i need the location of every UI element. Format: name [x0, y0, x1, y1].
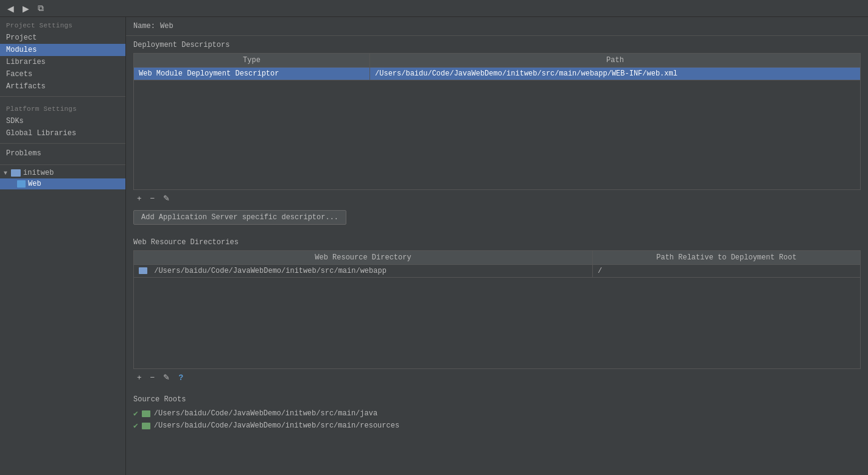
resource-dir-header: Web Resource Directory: [134, 251, 593, 265]
descriptor-table-toolbar: + − ✎: [133, 190, 861, 206]
main-layout: Project Settings Project Modules Librari…: [0, 17, 868, 475]
tree-item-web-label: Web: [28, 180, 41, 188]
resource-dir-path: /Users/baidu/Code/JavaWebDemo/initweb/sr…: [154, 267, 387, 275]
type-column-header: Type: [134, 54, 370, 68]
sidebar-item-project[interactable]: Project: [0, 32, 125, 44]
descriptor-add-button[interactable]: +: [133, 192, 145, 204]
tree-item-initweb[interactable]: ▼ initweb: [0, 167, 125, 178]
forward-button[interactable]: ▶: [20, 2, 32, 15]
sidebar-item-modules[interactable]: Modules: [0, 44, 125, 56]
resource-dir-cell: /Users/baidu/Code/JavaWebDemo/initweb/sr…: [134, 265, 593, 278]
web-resource-table: Web Resource Directory Path Relative to …: [133, 250, 861, 278]
descriptor-remove-button[interactable]: −: [147, 192, 159, 204]
toolbar: ◀ ▶ ⧉: [0, 0, 868, 17]
descriptor-path: /Users/baidu/Code/JavaWebDemo/initweb/sr…: [370, 68, 861, 80]
resource-help-button[interactable]: ?: [175, 371, 187, 383]
project-settings-label: Project Settings: [0, 17, 125, 32]
add-descriptor-button[interactable]: Add Application Server specific descript…: [133, 210, 346, 225]
folder-icon: [11, 169, 21, 177]
sidebar-item-global-libraries[interactable]: Global Libraries: [0, 127, 125, 139]
sidebar-divider-2: [0, 143, 125, 144]
source-root-item-0: ✔ /Users/baidu/Code/JavaWebDemo/initweb/…: [133, 407, 861, 420]
path-column-header: Path: [370, 54, 861, 68]
copy-button[interactable]: ⧉: [35, 2, 46, 15]
source-root-path-1: /Users/baidu/Code/JavaWebDemo/initweb/sr…: [154, 421, 399, 430]
resource-remove-button[interactable]: −: [147, 371, 159, 383]
sidebar-item-artifacts[interactable]: Artifacts: [0, 80, 125, 93]
resource-add-button[interactable]: +: [133, 371, 145, 383]
web-resource-section: Web Resource Directories Web Resource Di…: [126, 233, 868, 385]
descriptor-empty-area: [133, 80, 861, 190]
name-label: Name:: [133, 22, 155, 30]
deployment-descriptors-title: Deployment Descriptors: [133, 41, 861, 49]
deployment-descriptors-section: Deployment Descriptors Type Path Web Mod…: [126, 36, 868, 228]
platform-settings-label: Platform Settings: [0, 100, 125, 115]
resource-rel-cell: /: [592, 265, 860, 278]
sidebar-divider: [0, 96, 125, 97]
source-root-item-1: ✔ /Users/baidu/Code/JavaWebDemo/initweb/…: [133, 420, 861, 432]
descriptor-type: Web Module Deployment Descriptor: [134, 68, 370, 80]
sidebar-item-facets[interactable]: Facets: [0, 68, 125, 80]
sidebar-item-problems[interactable]: Problems: [0, 147, 125, 160]
source-folder-icon-1: [142, 423, 150, 429]
sidebar-item-libraries[interactable]: Libraries: [0, 56, 125, 68]
source-roots-section: Source Roots ✔ /Users/baidu/Code/JavaWeb…: [126, 390, 868, 432]
name-value: Web: [160, 22, 173, 30]
table-row[interactable]: Web Module Deployment Descriptor /Users/…: [134, 68, 861, 80]
checkmark-icon-0: ✔: [133, 409, 138, 418]
folder-icon-sm: [139, 267, 147, 274]
sidebar: Project Settings Project Modules Librari…: [0, 17, 126, 475]
resource-empty-area: [133, 278, 861, 369]
sidebar-item-sdks[interactable]: SDKs: [0, 115, 125, 127]
resource-rel-header: Path Relative to Deployment Root: [592, 251, 860, 265]
name-row: Name: Web: [126, 17, 868, 36]
tree-item-web[interactable]: Web: [0, 178, 125, 189]
checkmark-icon-1: ✔: [133, 421, 138, 431]
resource-edit-button[interactable]: ✎: [159, 371, 173, 383]
content-area: Name: Web Deployment Descriptors Type Pa…: [126, 17, 868, 475]
back-button[interactable]: ◀: [5, 2, 16, 15]
expand-arrow: ▼: [4, 170, 11, 177]
source-root-path-0: /Users/baidu/Code/JavaWebDemo/initweb/sr…: [154, 409, 377, 418]
module-tree: ▼ initweb Web: [0, 164, 125, 192]
module-icon: [17, 180, 26, 188]
source-folder-icon-0: [142, 410, 150, 417]
resource-table-toolbar: + − ✎ ?: [133, 369, 861, 385]
descriptor-edit-button[interactable]: ✎: [159, 192, 173, 204]
tree-item-label: initweb: [23, 169, 54, 177]
web-resource-title: Web Resource Directories: [133, 238, 861, 247]
deployment-descriptors-table: Type Path Web Module Deployment Descript…: [133, 53, 861, 80]
source-roots-title: Source Roots: [133, 395, 861, 404]
resource-table-row[interactable]: /Users/baidu/Code/JavaWebDemo/initweb/sr…: [134, 265, 861, 278]
